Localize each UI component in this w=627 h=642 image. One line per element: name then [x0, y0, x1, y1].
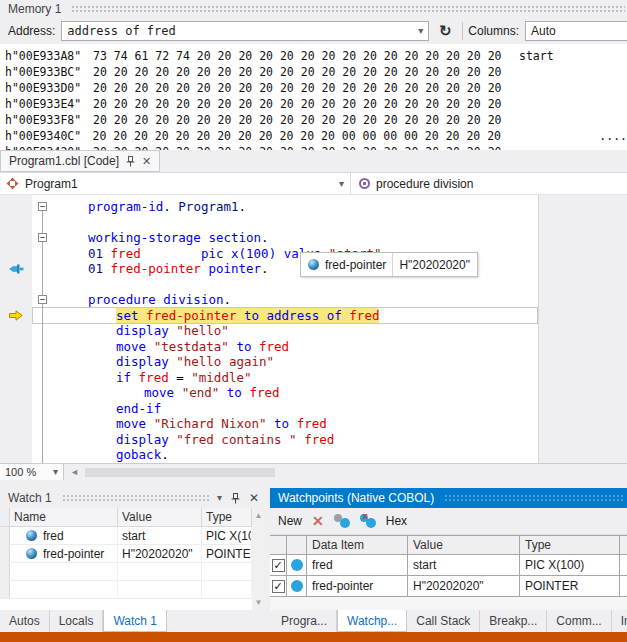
watchpoint-value-cell[interactable]: start [408, 555, 520, 575]
memory-row[interactable]: h"00E9340C"20 20 20 20 20 20 20 20 20 20… [5, 128, 627, 144]
outlining-margin[interactable]: − [32, 230, 54, 246]
pin-icon[interactable] [231, 493, 240, 504]
scroll-down-icon[interactable]: ▼ [255, 598, 263, 607]
outlining-margin[interactable] [32, 323, 54, 339]
delete-all-watchpoints-icon[interactable]: x [360, 514, 376, 528]
watchpoint-data-item-cell[interactable]: fred [307, 555, 408, 575]
watchpoints-grid-header[interactable]: Data Item Value Type [270, 536, 627, 555]
code-line[interactable] [0, 215, 538, 231]
scroll-left-icon[interactable]: ◄ [64, 467, 85, 477]
margin-cell[interactable] [0, 199, 32, 215]
column-header-value[interactable]: Value [118, 508, 202, 526]
outlining-margin[interactable] [32, 308, 54, 324]
column-header-type[interactable]: Type [202, 508, 252, 526]
memory-titlebar[interactable]: Memory 1 [0, 0, 627, 18]
code-line[interactable]: move "testdata" to fred [0, 339, 538, 355]
watchpoint-data-item-cell[interactable]: fred-pointer [307, 576, 408, 596]
code-text[interactable]: display "fred contains " fred [54, 432, 538, 447]
watch-value-cell[interactable]: H"20202020" [118, 545, 202, 562]
tab-locals[interactable]: Locals [50, 610, 104, 632]
code-text[interactable]: set fred-pointer to address of fred [54, 308, 538, 323]
margin-cell[interactable] [0, 416, 32, 432]
memory-row[interactable]: h"00E933A8"73 74 61 72 74 20 20 20 20 20… [5, 48, 627, 64]
watch-value-cell[interactable] [118, 563, 202, 580]
outlining-margin[interactable]: − [32, 292, 54, 308]
margin-cell[interactable] [0, 447, 32, 463]
code-line[interactable]: −program-id. Program1. [0, 199, 538, 215]
margin-cell[interactable] [0, 339, 32, 355]
outlining-margin[interactable] [32, 339, 54, 355]
hex-toggle-button[interactable]: Hex [386, 514, 407, 528]
refresh-button[interactable]: ↻ [433, 21, 457, 42]
chevron-down-icon[interactable]: ▾ [418, 26, 423, 36]
watchpoint-enabled-checkbox[interactable]: ✓ [272, 580, 285, 593]
code-text[interactable]: program-id. Program1. [54, 199, 538, 214]
tab-immedi[interactable]: Immedi... [612, 610, 627, 632]
code-text[interactable]: move "end" to fred [54, 385, 538, 400]
outlining-margin[interactable] [32, 261, 54, 277]
outlining-margin[interactable] [32, 385, 54, 401]
margin-cell[interactable] [0, 432, 32, 448]
watchpoint-row[interactable]: ✓fredstartPIC X(100) [270, 555, 627, 576]
outlining-margin[interactable] [32, 447, 54, 463]
code-line[interactable]: end-if [0, 401, 538, 417]
memory-row[interactable]: h"00E933D0"20 20 20 20 20 20 20 20 20 20… [5, 80, 627, 96]
margin-cell[interactable] [0, 354, 32, 370]
code-text[interactable]: move "Richard Nixon" to fred [54, 416, 538, 431]
collapse-toggle[interactable]: − [38, 295, 47, 304]
watch-name-cell[interactable] [10, 563, 118, 580]
watch-value-cell[interactable]: start [118, 527, 202, 544]
outlining-margin[interactable] [32, 401, 54, 417]
watch-name-cell[interactable] [10, 581, 118, 598]
outlining-margin[interactable]: − [32, 199, 54, 215]
collapse-toggle[interactable]: − [38, 202, 47, 211]
watch-row[interactable]: fredstartPIC X(100) [0, 527, 265, 545]
chevron-down-icon[interactable]: ▾ [339, 179, 344, 189]
scrollbar-thumb[interactable] [85, 468, 275, 477]
code-text[interactable]: working-storage section. [54, 230, 538, 245]
tab-breakp[interactable]: Breakp... [480, 610, 547, 632]
watch-row[interactable] [0, 581, 265, 599]
pinned-datatip-margin-icon[interactable] [0, 261, 32, 277]
program-dropdown[interactable]: Program1 ▾ [0, 173, 350, 194]
code-text[interactable]: end-if [54, 401, 538, 416]
memory-row[interactable]: h"00E933E4"20 20 20 20 20 20 20 20 20 20… [5, 96, 627, 112]
margin-cell[interactable] [0, 230, 32, 246]
pin-icon[interactable] [126, 156, 135, 167]
code-text[interactable]: goback. [54, 447, 538, 462]
tab-autos[interactable]: Autos [0, 610, 50, 632]
code-line[interactable]: display "hello again" [0, 354, 538, 370]
instruction-pointer-icon[interactable] [0, 308, 32, 324]
watchpoint-value-cell[interactable]: H"20202020" [408, 576, 520, 596]
tab-program1-cbl[interactable]: Program1.cbl [Code] ✕ [0, 150, 160, 172]
new-watchpoint-button[interactable]: New [278, 514, 302, 528]
tab-watchp[interactable]: Watchp... [337, 610, 407, 632]
code-text[interactable]: procedure division. [54, 292, 538, 307]
watchpoints-titlebar[interactable]: Watchpoints (Native COBOL) [270, 488, 627, 508]
code-line[interactable]: set fred-pointer to address of fred [0, 308, 538, 324]
vertical-scrollbar[interactable]: ▲ ▼ [252, 508, 265, 610]
tab-call-stack[interactable]: Call Stack [407, 610, 480, 632]
watchpoint-enabled-checkbox[interactable]: ✓ [272, 559, 285, 572]
margin-cell[interactable] [0, 323, 32, 339]
pinned-datatip[interactable]: fred-pointer H"20202020" [300, 252, 478, 277]
tab-watch-1[interactable]: Watch 1 [103, 610, 167, 632]
code-line[interactable]: −working-storage section. [0, 230, 538, 246]
watch-titlebar[interactable]: Watch 1 ▾ ✕ [0, 488, 265, 508]
column-header-name[interactable]: Name [10, 508, 118, 526]
tab-comm[interactable]: Comm... [547, 610, 611, 632]
code-line[interactable]: display "hello" [0, 323, 538, 339]
close-icon[interactable]: ✕ [142, 155, 151, 168]
watchpoint-row[interactable]: ✓fred-pointerH"20202020"POINTER [270, 576, 627, 597]
close-icon[interactable]: ✕ [249, 491, 259, 505]
code-line[interactable]: move "end" to fred [0, 385, 538, 401]
outlining-margin[interactable] [32, 354, 54, 370]
zoom-level-select[interactable]: 100 % ▾ [0, 464, 64, 480]
delete-watchpoint-icon[interactable]: ✕ [312, 514, 324, 528]
watch-row[interactable] [0, 563, 265, 581]
watchpoint-type-cell[interactable]: POINTER [520, 576, 620, 596]
code-text[interactable]: display "hello again" [54, 354, 538, 369]
watch-name-cell[interactable]: fred-pointer [10, 545, 118, 562]
outlining-margin[interactable] [32, 432, 54, 448]
watch-value-cell[interactable] [118, 581, 202, 598]
